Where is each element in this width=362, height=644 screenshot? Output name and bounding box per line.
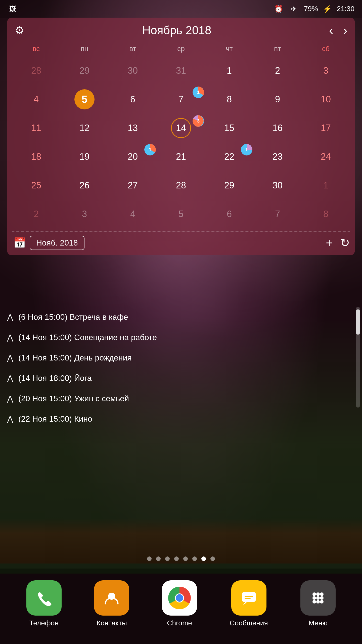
table-row[interactable]: 4	[109, 200, 157, 228]
table-row[interactable]: 15	[205, 114, 253, 142]
dock-messages[interactable]: Сообщения	[230, 580, 268, 627]
table-row[interactable]: 20 1	[109, 143, 157, 171]
trees	[0, 488, 362, 564]
table-row[interactable]: 31	[157, 57, 205, 85]
header-sun: вс	[12, 43, 60, 55]
table-row[interactable]: 30	[109, 57, 157, 85]
table-row[interactable]: 25	[12, 172, 60, 199]
next-month-button[interactable]: ›	[341, 23, 350, 37]
dock-phone[interactable]: Телефон	[26, 580, 62, 627]
svg-point-6	[312, 592, 316, 596]
page-dot-7[interactable]	[201, 556, 206, 561]
table-row[interactable]: 6	[109, 86, 157, 113]
page-indicators	[0, 556, 362, 561]
page-dot-6[interactable]	[192, 556, 197, 561]
table-row[interactable]: 18	[12, 143, 60, 171]
table-row[interactable]: 3	[60, 200, 109, 228]
chrome-app-icon	[162, 580, 197, 616]
table-row[interactable]: 16	[253, 114, 302, 142]
table-row[interactable]: 13	[109, 114, 157, 142]
page-dot-3[interactable]	[165, 556, 170, 561]
calendar-icon[interactable]: 📅	[12, 235, 27, 250]
table-row[interactable]: 11	[12, 114, 60, 142]
header-fri: пт	[253, 43, 302, 55]
header-sat: сб	[302, 43, 350, 55]
contacts-icon	[94, 580, 129, 616]
dock-contacts[interactable]: Контакты	[94, 580, 129, 627]
table-row[interactable]: 30	[253, 172, 302, 199]
table-row[interactable]: 22 1	[205, 143, 253, 171]
event-indicator-22: 1	[241, 144, 252, 155]
event-indicator: 1	[193, 87, 204, 98]
dock-chrome[interactable]: Chrome	[162, 580, 197, 627]
table-row[interactable]: 17	[302, 114, 350, 142]
event-text: (14 Ноя 15:00) День рождения	[18, 353, 132, 363]
page-dot-8[interactable]	[210, 556, 215, 561]
page-dot-1[interactable]	[147, 556, 152, 561]
status-bar: 🖼 ⏰ ✈ 79% ⚡ 21:30	[0, 0, 362, 18]
month-badge[interactable]: Нояб. 2018	[30, 236, 84, 250]
table-row[interactable]: 24	[302, 143, 350, 171]
table-row[interactable]: 12	[60, 114, 109, 142]
dock-menu[interactable]: Меню	[300, 580, 336, 627]
page-dot-4[interactable]	[174, 556, 179, 561]
scrollbar[interactable]	[356, 307, 360, 408]
footer-actions: + ↻	[326, 236, 350, 250]
table-row[interactable]: 4	[12, 86, 60, 113]
add-event-button[interactable]: +	[326, 236, 333, 250]
table-row[interactable]: 21	[157, 143, 205, 171]
page-dot-5[interactable]	[183, 556, 188, 561]
list-item[interactable]: ⋀ (14 Ноя 15:00) День рождения	[7, 348, 347, 368]
table-row[interactable]: 7	[253, 200, 302, 228]
settings-icon[interactable]: ⚙	[12, 23, 27, 38]
status-right-info: ⏰ ✈ 79% ⚡ 21:30	[274, 4, 354, 14]
table-row[interactable]: 7 1	[157, 86, 205, 113]
table-row[interactable]: 8	[205, 86, 253, 113]
table-row[interactable]: 26	[60, 172, 109, 199]
chrome-ring	[168, 587, 191, 609]
svg-point-8	[320, 592, 324, 596]
list-item[interactable]: ⋀ (20 Ноя 15:00) Ужин с семьей	[7, 388, 347, 409]
refresh-button[interactable]: ↻	[340, 236, 350, 250]
clock-display: 21:30	[337, 5, 354, 13]
table-row[interactable]: 10	[302, 86, 350, 113]
table-row[interactable]: 23	[253, 143, 302, 171]
table-row[interactable]: 19	[60, 143, 109, 171]
table-row[interactable]: 5	[157, 200, 205, 228]
table-row[interactable]: 2	[12, 200, 60, 228]
header-mon: пн	[60, 43, 109, 55]
event-arrow-icon: ⋀	[7, 353, 13, 362]
list-item[interactable]: ⋀ (14 Ноя 15:00) Совещание на работе	[7, 327, 347, 348]
svg-point-14	[320, 600, 324, 603]
prev-month-button[interactable]: ‹	[327, 23, 336, 37]
table-row[interactable]: 8	[302, 200, 350, 228]
image-icon: 🖼	[8, 4, 18, 14]
list-item[interactable]: ⋀ (14 Ноя 18:00) Йога	[7, 368, 347, 388]
table-row[interactable]: 27	[109, 172, 157, 199]
table-row[interactable]: 1	[205, 57, 253, 85]
today-cell[interactable]: 5	[60, 86, 109, 113]
event-text: (14 Ноя 18:00) Йога	[18, 374, 92, 383]
calendar-footer: 📅 Нояб. 2018 + ↻	[12, 231, 350, 250]
page-dot-2[interactable]	[156, 556, 161, 561]
table-row[interactable]: 28	[157, 172, 205, 199]
table-row[interactable]: 3	[302, 57, 350, 85]
table-row[interactable]: 9	[253, 86, 302, 113]
status-left-icons: 🖼	[8, 4, 18, 14]
list-item[interactable]: ⋀ (22 Ноя 15:00) Кино	[7, 409, 347, 429]
svg-point-11	[320, 596, 324, 600]
table-row[interactable]: 6	[205, 200, 253, 228]
selected-cell[interactable]: 14 3	[157, 114, 205, 142]
list-item[interactable]: ⋀ (6 Ноя 15:00) Встреча в кафе	[7, 307, 347, 327]
table-row[interactable]: 2	[253, 57, 302, 85]
svg-point-13	[316, 600, 320, 603]
table-row[interactable]: 29	[205, 172, 253, 199]
scrollbar-thumb[interactable]	[356, 309, 360, 335]
nav-buttons: ‹ ›	[327, 23, 350, 37]
calendar-header: ⚙ Ноябрь 2018 ‹ ›	[12, 23, 350, 38]
messages-icon	[231, 580, 266, 616]
table-row[interactable]: 29	[60, 57, 109, 85]
event-text: (20 Ноя 15:00) Ужин с семьей	[18, 394, 129, 403]
table-row[interactable]: 1	[302, 172, 350, 199]
table-row[interactable]: 28	[12, 57, 60, 85]
